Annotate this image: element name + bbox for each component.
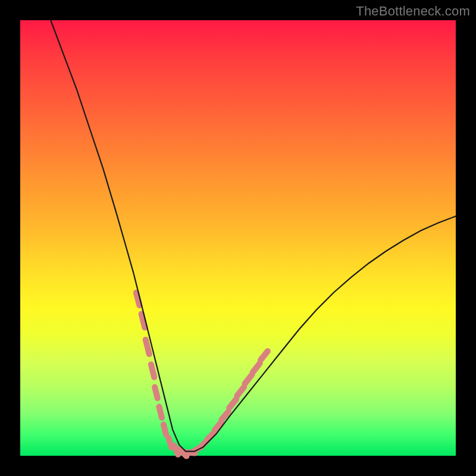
highlight-dash bbox=[159, 407, 162, 418]
plot-area bbox=[20, 20, 456, 456]
highlight-dashes bbox=[136, 293, 268, 456]
highlight-dash bbox=[261, 351, 268, 360]
highlight-dash bbox=[207, 432, 214, 439]
highlight-dash bbox=[164, 425, 166, 435]
highlight-dash bbox=[237, 387, 245, 396]
highlight-dash bbox=[169, 438, 172, 447]
watermark-text: TheBottleneck.com bbox=[356, 4, 470, 19]
highlight-dash bbox=[253, 364, 260, 372]
bottleneck-curve bbox=[51, 20, 456, 452]
highlight-dash bbox=[245, 375, 252, 384]
highlight-dash bbox=[155, 387, 158, 399]
highlight-dash bbox=[151, 365, 154, 377]
chart-frame: TheBottleneck.com bbox=[0, 0, 476, 476]
curve-svg bbox=[20, 20, 456, 456]
highlight-dash bbox=[146, 340, 149, 354]
highlight-dash bbox=[229, 399, 236, 408]
